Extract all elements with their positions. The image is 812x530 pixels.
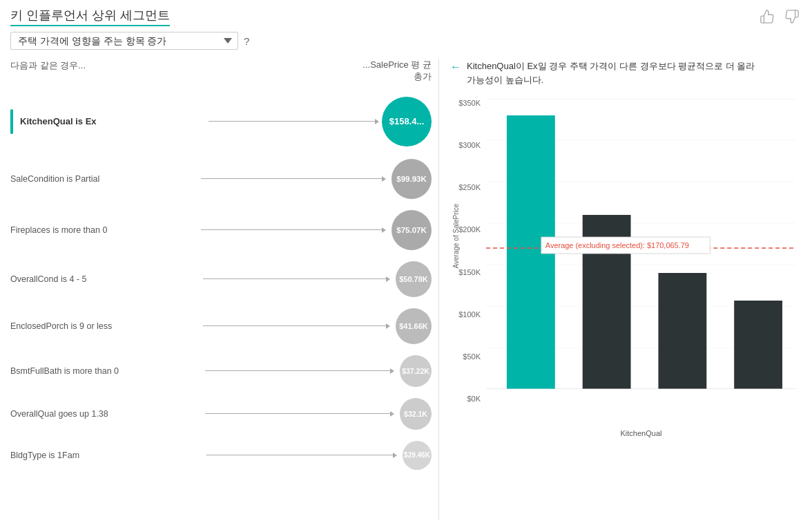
key-item-label-5: BsmtFullBath is more than 0: [10, 366, 197, 376]
y-label-50k: $50K: [463, 352, 481, 361]
value-bubble-7: $29.46K: [403, 441, 432, 470]
thumbs-down-button[interactable]: [782, 7, 802, 26]
content-area: 다음과 같은 경우... ...SalePrice 평 균총가 KitchenQ…: [10, 59, 802, 520]
left-panel-header: 다음과 같은 경우... ...SalePrice 평 균총가: [10, 59, 432, 83]
sub-items: SaleCondition is Partial $99.93K Firepla…: [10, 156, 432, 473]
connector-line-0: [209, 121, 376, 122]
right-panel: ← KitchenQual이 Ex일 경우 주택 가격이 다른 경우보다 평균적…: [438, 59, 802, 520]
thumbs-up-button[interactable]: [757, 7, 777, 26]
value-bubble-2: $75.07K: [392, 210, 432, 250]
key-item-label-2: Fireplaces is more than 0: [10, 225, 193, 235]
bar-chart-svg: Average (excluding selected): $170,065.7…: [486, 99, 796, 389]
svg-text:Average (excluding selected): : Average (excluding selected): $170,065.7…: [545, 241, 689, 249]
y-label-0k: $0K: [467, 395, 481, 403]
main-container: 키 인플루언서 상위 세그먼트 주택 가격에 영향을 주는 항목 증가 ?: [0, 0, 812, 530]
right-header-label: ...SalePrice 평 균총가: [362, 59, 432, 83]
y-axis-title: Average of SalePrice: [452, 268, 460, 269]
left-panel: 다음과 같은 경우... ...SalePrice 평 균총가 KitchenQ…: [10, 59, 438, 520]
y-label-150k: $150K: [458, 268, 481, 276]
dropdown-row: 주택 가격에 영향을 주는 항목 증가 ?: [10, 32, 802, 50]
key-item-2[interactable]: Fireplaces is more than 0 $75.07K: [10, 207, 432, 253]
key-item-label-0: KitchenQual is Ex: [20, 116, 188, 126]
key-item-label-4: EnclosedPorch is 9 or less: [10, 321, 195, 331]
y-label-300k: $300K: [458, 141, 481, 149]
key-item-6[interactable]: OverallQual goes up 1.38 $32.1K: [10, 395, 432, 433]
key-item-5[interactable]: BsmtFullBath is more than 0 $37.22K: [10, 352, 432, 390]
page-title: 키 인플루언서 상위 세그먼트: [10, 7, 170, 26]
key-item-0[interactable]: KitchenQual is Ex $158.4...: [10, 94, 432, 149]
key-item-label-6: OverallQual goes up 1.38: [10, 409, 197, 419]
y-label-350k: $350K: [458, 99, 481, 107]
key-item-3[interactable]: OverallCond is 4 - 5 $50.78K: [10, 258, 432, 300]
y-label-100k: $100K: [458, 310, 481, 319]
connector-line-5: [205, 370, 392, 371]
connector-line-4: [203, 325, 387, 326]
x-axis-title: KitchenQual: [486, 429, 796, 437]
right-panel-header: ← KitchenQual이 Ex일 경우 주택 가격이 다른 경우보다 평균적…: [450, 59, 796, 86]
key-item-label-7: BldgType is 1Fam: [10, 451, 198, 460]
back-arrow-button[interactable]: ←: [450, 61, 461, 73]
left-header-label: 다음과 같은 경우...: [10, 59, 86, 72]
bar-fa: [734, 301, 782, 389]
value-bubble-6: $32.1K: [400, 398, 432, 430]
chart-container: $350K $300K $250K $200K $150K $100K $50K…: [450, 99, 796, 437]
value-bubble-1: $99.93K: [392, 159, 432, 199]
header-icons: [757, 7, 802, 26]
y-label-200k: $200K: [458, 225, 481, 234]
key-indicator-0: [10, 109, 13, 134]
connector-line-1: [201, 178, 383, 179]
value-bubble-3: $50.78K: [396, 261, 432, 297]
right-panel-title: KitchenQual이 Ex일 경우 주택 가격이 다른 경우보다 평균적으로…: [467, 59, 755, 86]
value-bubble-5: $37.22K: [400, 355, 432, 387]
key-item-label-1: SaleCondition is Partial: [10, 174, 193, 184]
header-row: 키 인플루언서 상위 세그먼트: [10, 7, 802, 26]
connector-line-6: [205, 413, 392, 414]
influence-dropdown[interactable]: 주택 가격에 영향을 주는 항목 증가: [10, 32, 238, 50]
connector-line-2: [201, 229, 383, 230]
connector-line-3: [203, 278, 387, 279]
value-bubble-0: $158.4...: [382, 97, 432, 146]
key-item-7[interactable]: BldgType is 1Fam $29.46K: [10, 438, 432, 473]
key-item-1[interactable]: SaleCondition is Partial $99.93K: [10, 156, 432, 202]
help-icon[interactable]: ?: [244, 35, 249, 47]
value-bubble-4: $41.66K: [396, 308, 432, 344]
y-label-250k: $250K: [458, 183, 481, 191]
key-item-4[interactable]: EnclosedPorch is 9 or less $41.66K: [10, 305, 432, 347]
title-section: 키 인플루언서 상위 세그먼트: [10, 7, 170, 26]
bar-ta: [658, 273, 706, 389]
connector-line-7: [206, 455, 394, 455]
key-item-label-3: OverallCond is 4 - 5: [10, 274, 195, 284]
